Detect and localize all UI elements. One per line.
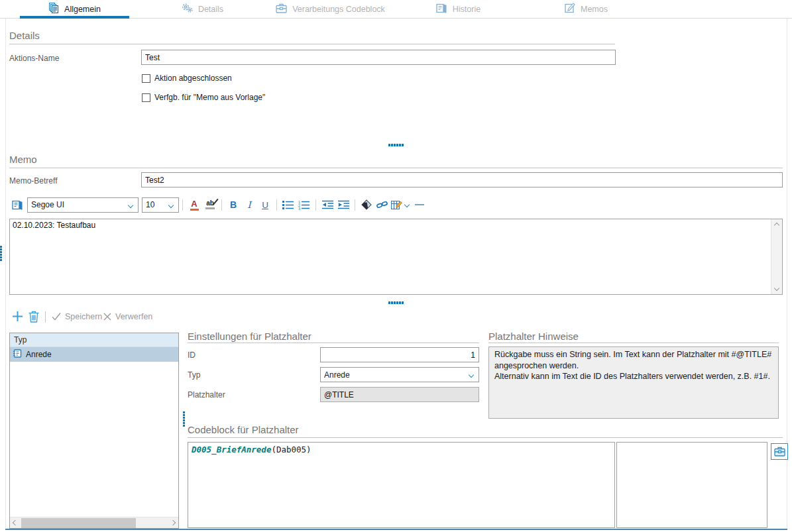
save-placeholder-button[interactable]: Speichern — [52, 312, 102, 321]
gears-icon — [182, 3, 193, 15]
list-item-anrede[interactable]: Anrede — [10, 347, 178, 362]
platzhalter-input — [320, 387, 479, 402]
scroll-down-icon[interactable] — [774, 286, 779, 291]
scroll-left-icon[interactable] — [13, 520, 18, 525]
tab-label: Historie — [453, 5, 481, 14]
checkbox-aktion-abgeschlossen[interactable]: Aktion abgeschlossen — [142, 74, 232, 83]
splitter-handle-details[interactable] — [388, 144, 404, 146]
action-editor-window: Allgemein Details — [0, 0, 792, 532]
bold-button[interactable]: B — [225, 197, 241, 213]
font-size-value: 10 — [146, 200, 154, 209]
hints-text-box: Rückgabe muss ein String sein. Im Text k… — [488, 346, 779, 419]
code-arguments: (Dab005) — [271, 445, 311, 454]
numbered-list-button[interactable]: 1 2 3 — [296, 197, 312, 213]
highlight-button[interactable]: ab — [202, 197, 218, 213]
id-label: ID — [188, 350, 196, 360]
tab-historie[interactable]: Historie — [394, 0, 522, 18]
aktions-name-input[interactable] — [141, 50, 616, 65]
tab-allgemein[interactable]: Allgemein — [11, 0, 139, 18]
typ-value: Anrede — [324, 370, 350, 380]
chevron-down-icon — [404, 202, 410, 207]
typ-select[interactable]: Anrede — [320, 367, 479, 382]
scroll-up-icon[interactable] — [774, 223, 779, 228]
tab-memos[interactable]: Memos — [522, 0, 650, 18]
settings-section-heading: Einstellungen für Platzhalter — [188, 331, 311, 342]
briefcase-icon — [276, 3, 287, 15]
underline-button[interactable]: U — [257, 197, 273, 213]
delete-placeholder-button[interactable] — [28, 310, 40, 325]
list-horizontal-scrollbar[interactable] — [10, 517, 178, 528]
insert-link-button[interactable] — [374, 197, 390, 213]
discard-label: Verwerfen — [115, 312, 152, 321]
font-family-value: Segoe UI — [31, 200, 64, 209]
memo-betreff-input[interactable] — [141, 172, 783, 187]
checkbox-box[interactable] — [142, 74, 150, 83]
splitter-handle-memo[interactable] — [388, 301, 404, 304]
open-codeblock-button[interactable] — [771, 443, 788, 460]
codeblock-side-pane — [616, 442, 767, 528]
save-label: Speichern — [65, 312, 102, 321]
codeblock-section-heading: Codeblock für Platzhalter — [188, 424, 299, 435]
checkbox-box[interactable] — [142, 93, 150, 102]
typ-label: Typ — [188, 370, 200, 380]
pages-icon — [48, 3, 59, 15]
scroll-right-icon[interactable] — [170, 520, 176, 525]
insert-table-button[interactable] — [390, 197, 402, 213]
aktions-name-label: Aktions-Name — [9, 54, 59, 63]
outdent-button[interactable] — [319, 197, 335, 213]
details-heading-rule — [9, 44, 615, 44]
insert-more-dropdown[interactable] — [402, 197, 412, 213]
splitter-handle-settings[interactable] — [183, 411, 185, 427]
panel-left-border — [5, 19, 6, 529]
toolbar-separator — [45, 311, 46, 323]
codeblock-heading-rule — [188, 437, 783, 438]
indent-button[interactable] — [335, 197, 351, 213]
hints-heading-rule — [488, 343, 779, 343]
add-placeholder-button[interactable] — [12, 311, 23, 324]
memo-format-toolbar: Segoe UI 10 A ab B I U 1 2 3 — [9, 195, 783, 214]
edit-icon — [565, 3, 575, 15]
horizontal-rule-button[interactable] — [412, 197, 427, 213]
hints-line-1: Rückgabe muss ein String sein. Im Text k… — [494, 349, 773, 371]
font-family-select[interactable]: Segoe UI — [27, 197, 139, 213]
list-item-label: Anrede — [26, 350, 52, 359]
platzhalter-label: Platzhalter — [188, 390, 225, 399]
memo-betreff-label: Memo-Betreff — [9, 176, 57, 186]
checkbox-label: Verfgb. für "Memo aus Vorlage" — [154, 93, 265, 102]
tab-label: Allgemein — [64, 5, 101, 14]
book-icon — [436, 3, 447, 15]
panel-bottom-accent — [5, 529, 787, 530]
font-size-select[interactable]: 10 — [142, 197, 179, 213]
bullet-list-button[interactable] — [280, 197, 296, 213]
font-color-button[interactable]: A — [186, 197, 202, 213]
tab-verarbeitungs-codeblock[interactable]: Verarbeitungs Codeblock — [266, 0, 394, 18]
chevron-down-icon — [128, 202, 133, 207]
settings-heading-rule — [188, 343, 479, 343]
tab-details[interactable]: Details — [139, 0, 266, 18]
contact-card-icon — [13, 349, 22, 360]
details-section-heading: Details — [9, 30, 40, 41]
list-column-header[interactable]: Typ — [10, 333, 178, 347]
memo-section-heading: Memo — [9, 154, 37, 165]
id-input[interactable] — [320, 347, 479, 362]
trash-icon — [28, 310, 40, 323]
memo-body-text: 02.10.2023: Testaufbau — [13, 221, 95, 230]
memo-vertical-scrollbar[interactable] — [771, 219, 782, 294]
checkbox-verfgb-memo-vorlage[interactable]: Verfgb. für "Memo aus Vorlage" — [142, 93, 265, 102]
chevron-down-icon — [469, 372, 474, 378]
tab-bar: Allgemein Details — [0, 0, 792, 19]
italic-button[interactable]: I — [241, 197, 257, 213]
memo-body-editor[interactable]: 02.10.2023: Testaufbau — [9, 219, 783, 295]
placeholder-list: Typ Anrede — [9, 333, 179, 529]
plus-icon — [12, 311, 23, 322]
check-icon — [52, 313, 61, 321]
codeblock-editor[interactable]: D005_BriefAnrede(Dab005) — [188, 442, 615, 528]
insert-image-button[interactable] — [359, 197, 374, 213]
memo-book-icon[interactable] — [9, 197, 25, 213]
discard-placeholder-button[interactable]: Verwerfen — [103, 312, 152, 321]
tab-label: Memos — [581, 5, 608, 14]
splitter-handle-left[interactable] — [0, 246, 2, 261]
chevron-down-icon — [168, 202, 174, 207]
hints-section-heading: Platzhalter Hinweise — [488, 331, 579, 342]
scrollbar-thumb[interactable] — [21, 518, 136, 528]
